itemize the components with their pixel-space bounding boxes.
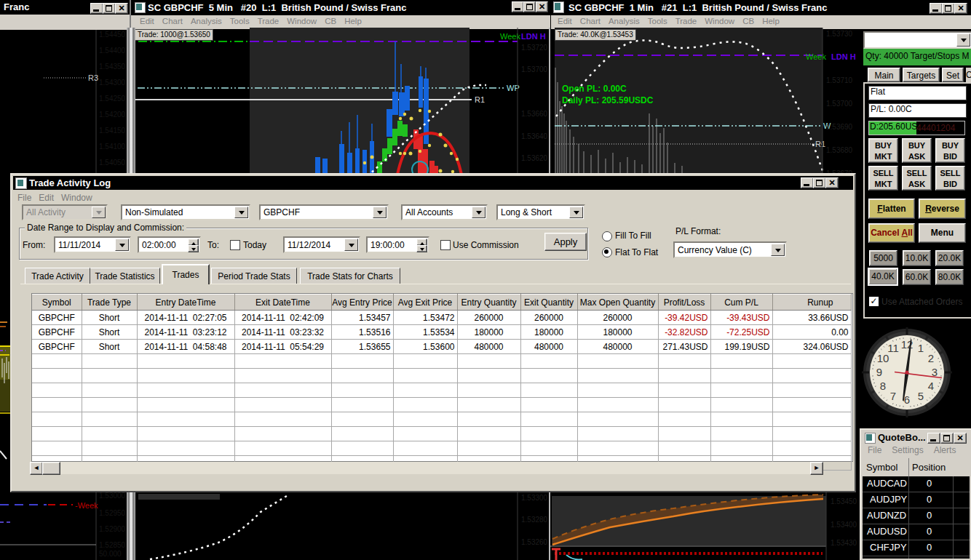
svg-text:Open PL: 0.00C: Open PL: 0.00C — [562, 84, 627, 94]
svg-text:1.53660: 1.53660 — [521, 110, 548, 118]
svg-text:2: 2 — [928, 352, 934, 364]
svg-text:1.53280: 1.53280 — [521, 516, 548, 524]
svg-text:1.52950: 1.52950 — [99, 509, 126, 517]
svg-text:8: 8 — [880, 380, 886, 392]
svg-text:Week: Week — [806, 52, 826, 61]
svg-text:1.54100: 1.54100 — [99, 143, 126, 151]
svg-text:1.53620: 1.53620 — [521, 154, 548, 162]
svg-text:1.53680: 1.53680 — [826, 146, 853, 154]
svg-text:1.53730: 1.53730 — [826, 30, 853, 38]
svg-text:1.54150: 1.54150 — [99, 127, 126, 135]
svg-text:1.53430: 1.53430 — [831, 539, 857, 547]
svg-text:1.53690: 1.53690 — [826, 123, 853, 131]
svg-text:50.000: 50.000 — [99, 550, 122, 558]
svg-text:11: 11 — [887, 342, 899, 354]
svg-text:R1: R1 — [815, 140, 825, 148]
svg-text:LDN H: LDN H — [521, 32, 546, 41]
svg-text:9: 9 — [876, 366, 882, 378]
svg-text:Daily PL: 205.59USDC: Daily PL: 205.59USDC — [562, 95, 654, 105]
svg-text:1.53700: 1.53700 — [826, 100, 853, 108]
svg-text:1: 1 — [918, 342, 924, 354]
svg-text:5: 5 — [918, 390, 924, 402]
svg-text:1.52850: 1.52850 — [99, 541, 126, 549]
svg-text:1.54400: 1.54400 — [99, 47, 126, 55]
svg-text:1.53720: 1.53720 — [521, 44, 548, 52]
svg-text:7: 7 — [890, 390, 896, 402]
svg-text:1.53000: 1.53000 — [99, 492, 126, 500]
svg-text:1.54200: 1.54200 — [99, 111, 126, 119]
svg-text:1.54300: 1.54300 — [99, 79, 126, 87]
svg-text:R1: R1 — [475, 95, 485, 104]
svg-text:1.54050: 1.54050 — [99, 159, 126, 167]
svg-text:1.53400: 1.53400 — [831, 521, 857, 529]
svg-text:1.53260: 1.53260 — [521, 538, 548, 546]
svg-text:6: 6 — [904, 393, 910, 406]
svg-text:R3: R3 — [88, 73, 98, 82]
svg-text:LDN H: LDN H — [831, 52, 856, 61]
svg-text:1.54450: 1.54450 — [99, 31, 126, 39]
svg-text:1.54250: 1.54250 — [99, 95, 126, 103]
svg-text:1.53640: 1.53640 — [521, 132, 548, 140]
svg-text:1.53700: 1.53700 — [521, 65, 548, 73]
svg-text:1.54350: 1.54350 — [99, 63, 126, 71]
svg-text:1.53710: 1.53710 — [826, 76, 853, 84]
svg-text:1.53450: 1.53450 — [831, 497, 857, 505]
svg-text:1.53300: 1.53300 — [521, 494, 548, 502]
svg-text:1.52900: 1.52900 — [99, 525, 126, 533]
svg-text:4: 4 — [928, 380, 934, 392]
svg-text:-Week: -Week — [75, 501, 98, 510]
